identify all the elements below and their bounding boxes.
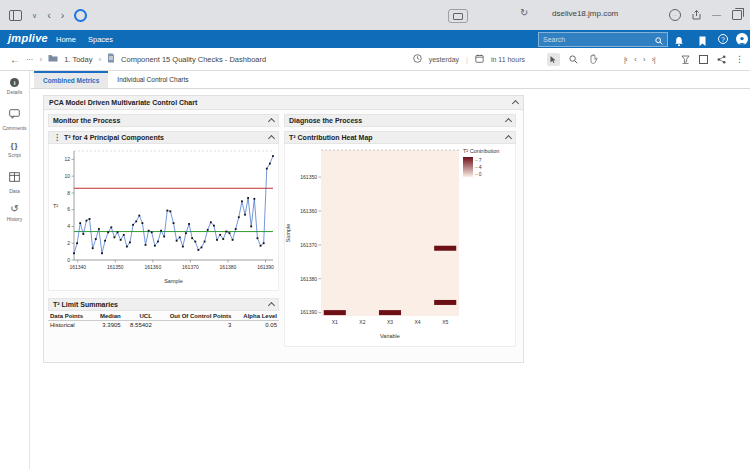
svg-text:161370: 161370: [300, 242, 317, 248]
share-icon[interactable]: [715, 53, 728, 66]
svg-text:X5: X5: [442, 319, 448, 325]
browser-forward-icon[interactable]: ›: [61, 10, 65, 21]
tab-overview-icon[interactable]: [9, 10, 22, 21]
search-icon[interactable]: [651, 31, 667, 49]
breadcrumb-ellipsis[interactable]: ⋯: [26, 55, 34, 64]
svg-text:X3: X3: [387, 319, 393, 325]
collapse-chevron-icon[interactable]: [268, 118, 275, 125]
more-options-icon[interactable]: ⋮: [735, 54, 744, 64]
help-icon[interactable]: ?: [718, 34, 728, 44]
svg-text:Sample: Sample: [164, 278, 183, 284]
history-icon: ↺: [10, 204, 18, 214]
rail-item-data[interactable]: Data: [9, 168, 20, 194]
t2-control-chart[interactable]: 0246810121613401613501613601613701613801…: [48, 144, 279, 291]
svg-text:4: 4: [67, 223, 70, 229]
pca-panel-header: PCA Model Driven Multivariate Control Ch…: [44, 96, 523, 110]
restore-windows-icon[interactable]: [732, 10, 742, 20]
svg-text:161370: 161370: [182, 264, 199, 270]
pca-panel-title: PCA Model Driven Multivariate Control Ch…: [49, 99, 197, 106]
tab-combined-metrics[interactable]: Combined Metrics: [34, 71, 108, 88]
svg-text:10: 10: [64, 173, 70, 179]
drag-grip-icon[interactable]: ⋮: [53, 134, 61, 142]
last-page-button[interactable]: ›|: [652, 56, 655, 63]
jmp-live-logo[interactable]: jmplive: [8, 32, 48, 44]
select-tool-button[interactable]: [547, 53, 560, 66]
col-alpha: Alpha Level: [233, 312, 279, 321]
back-arrow-icon[interactable]: ←: [10, 54, 20, 65]
browser-chrome: ∨ ‹ › ↻ dselive18.jmp.com ·· —: [0, 0, 750, 30]
data-table-icon: [9, 168, 20, 186]
col-ooc-points: Out Of Control Points: [154, 312, 234, 321]
next-page-button[interactable]: ›: [643, 56, 645, 63]
collapse-chevron-icon[interactable]: [512, 100, 519, 107]
calendar-icon: [475, 54, 484, 64]
col-ucl: UCL: [123, 312, 154, 321]
breadcrumb-separator: ›: [40, 55, 43, 64]
prev-page-button[interactable]: ‹: [634, 56, 636, 63]
breadcrumb-folder[interactable]: 1. Today: [64, 55, 92, 64]
collapse-chevron-icon[interactable]: [268, 135, 275, 142]
collapse-chevron-icon[interactable]: [268, 302, 275, 309]
diagnose-section-title: Diagnose the Process: [289, 117, 362, 124]
scatter-panel-title: T² for 4 Principal Components: [64, 134, 164, 141]
document-toolbar: ← ⋯ › 1. Today › Component 15 Quality Ch…: [0, 48, 750, 71]
search-box[interactable]: [538, 32, 668, 47]
rail-item-comments[interactable]: Comments: [2, 105, 26, 131]
legend-gradient: [463, 157, 473, 177]
zoom-tool-button[interactable]: [567, 53, 580, 66]
left-rail: i Details Comments {} Script Data ↺ Hist…: [0, 71, 30, 469]
share-page-icon[interactable]: [692, 6, 701, 24]
filter-icon[interactable]: [679, 53, 692, 66]
first-page-button[interactable]: |‹: [624, 56, 627, 63]
heatmap-panel-title: T² Contribution Heat Map: [289, 134, 373, 141]
address-url[interactable]: dselive18.jmp.com: [552, 9, 618, 18]
heatmap-panel-header: T² Contribution Heat Map: [284, 131, 516, 144]
svg-text:161390: 161390: [257, 264, 274, 270]
svg-text:X1: X1: [332, 319, 338, 325]
minimize-icon[interactable]: —: [712, 10, 721, 20]
rail-item-details[interactable]: i Details: [7, 78, 22, 95]
search-input[interactable]: [539, 36, 651, 43]
refresh-schedule-status: in 11 hours: [491, 56, 525, 63]
nav-spaces[interactable]: Spaces: [88, 35, 113, 44]
site-favicon: [74, 9, 87, 22]
col-data-points: Data Points: [48, 312, 93, 321]
svg-text:161360: 161360: [300, 208, 317, 214]
grab-tool-button[interactable]: [587, 52, 600, 66]
updated-status: yesterday: [429, 56, 459, 63]
svg-text:161380: 161380: [220, 264, 237, 270]
display-mode-pill[interactable]: [448, 9, 468, 23]
reload-icon[interactable]: ↻: [520, 7, 528, 18]
user-avatar[interactable]: [736, 33, 748, 45]
breadcrumb-separator-2: ›: [98, 55, 101, 64]
monitor-section-title: Monitor the Process: [53, 117, 120, 124]
tab-search-chevron-icon[interactable]: ∨: [32, 12, 37, 19]
scatter-panel-header: ⋮ T² for 4 Principal Components: [48, 131, 279, 144]
t2-contribution-heatmap[interactable]: 161350161360161370161380161390X1X2X3X4X5…: [285, 144, 463, 346]
heatmap-legend: T² Contribution 7 4 0: [463, 144, 515, 346]
col-median: Median: [93, 312, 123, 321]
rail-item-script[interactable]: {} Script: [8, 141, 21, 158]
rail-item-history[interactable]: ↺ History: [7, 204, 23, 222]
svg-text:6: 6: [67, 206, 70, 212]
dashboard-panel: PCA Model Driven Multivariate Control Ch…: [43, 95, 524, 363]
limits-panel-header: T² Limit Summaries: [48, 298, 279, 311]
browser-back-icon[interactable]: ‹: [47, 10, 51, 21]
svg-text:161350: 161350: [107, 264, 124, 270]
fullscreen-icon[interactable]: [699, 55, 708, 64]
svg-text:161360: 161360: [145, 264, 162, 270]
svg-text:161350: 161350: [300, 174, 317, 180]
main-content: Combined Metrics Individual Control Char…: [31, 71, 750, 469]
feedback-icon[interactable]: ··: [669, 9, 681, 21]
report-tabs: Combined Metrics Individual Control Char…: [31, 71, 750, 89]
svg-text:161390: 161390: [300, 309, 317, 315]
folder-icon: [48, 54, 58, 64]
nav-home[interactable]: Home: [56, 35, 76, 44]
page-title: Component 15 Quality Checks - Dashboard: [121, 55, 266, 64]
app-navbar: jmplive Home Spaces ?: [0, 30, 750, 48]
tab-individual-control-charts[interactable]: Individual Control Charts: [108, 71, 197, 88]
svg-text:161340: 161340: [69, 264, 86, 270]
collapse-chevron-icon[interactable]: [505, 118, 512, 125]
monitor-section-header: Monitor the Process: [48, 114, 279, 127]
collapse-chevron-icon[interactable]: [505, 135, 512, 142]
